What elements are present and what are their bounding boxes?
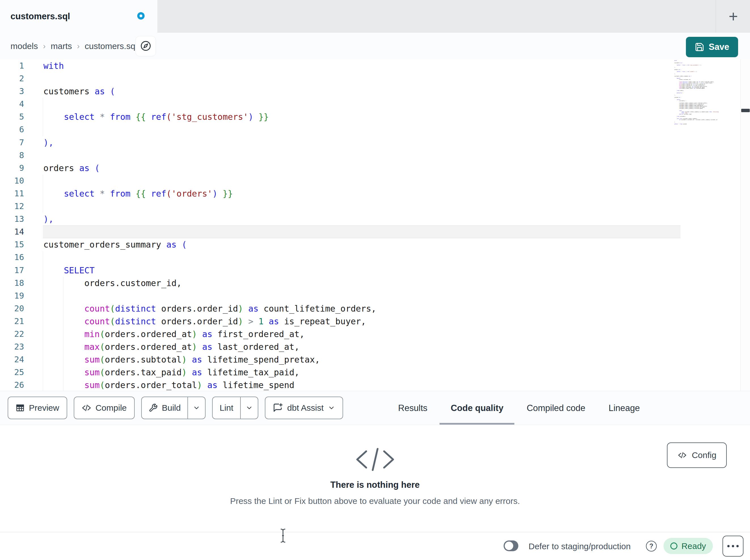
code-line[interactable]: sum(orders.tax_paid) as lifetime_tax_pai… — [43, 366, 680, 379]
preview-button[interactable]: Preview — [8, 397, 67, 419]
code-line[interactable]: customers as ( — [43, 85, 680, 98]
code-line[interactable] — [43, 251, 680, 264]
code-icon — [82, 403, 91, 412]
overflow-menu-button[interactable] — [723, 536, 744, 557]
empty-state: There is nothing here Press the Lint or … — [0, 425, 750, 506]
results-panel: Config There is nothing here Press the L… — [0, 425, 750, 532]
code-line[interactable]: SELECT — [43, 264, 680, 277]
tab-lineage[interactable]: Lineage — [609, 391, 640, 425]
chevron-down-icon — [328, 404, 335, 412]
wrench-icon — [149, 403, 158, 412]
code-line[interactable]: with — [43, 60, 680, 72]
indent-guide — [63, 353, 63, 366]
lint-dropdown-button[interactable] — [240, 397, 258, 419]
table-icon — [16, 403, 25, 412]
lint-button-label: Lint — [219, 403, 233, 413]
active-tab-underline — [439, 423, 514, 424]
scrollbar-track[interactable] — [741, 60, 750, 391]
breadcrumb-item-models[interactable]: models — [11, 41, 38, 51]
line-number: 8 — [0, 149, 24, 162]
line-number: 14 — [0, 226, 24, 238]
code-line[interactable]: count(distinct orders.order_id) > 1 as i… — [43, 315, 680, 328]
help-icon[interactable]: ? — [646, 541, 657, 552]
compass-icon-button[interactable] — [136, 36, 156, 56]
code-line[interactable]: orders as ( — [43, 162, 680, 174]
compile-button-label: Compile — [96, 403, 127, 413]
breadcrumb-separator: › — [77, 42, 80, 51]
tab-title: customers.sql — [11, 11, 70, 22]
code-line[interactable]: count(distinct orders.order_id) as count… — [43, 302, 680, 315]
ide-status-badge[interactable]: Ready — [664, 538, 713, 554]
line-number: 18 — [0, 277, 24, 290]
dbt-assist-button-label: dbt Assist — [287, 403, 323, 413]
compass-icon — [140, 40, 152, 53]
code-line[interactable]: select * from {{ ref('orders') }} — [43, 187, 680, 200]
code-editor[interactable]: 1234567891011121314151617181920212223242… — [0, 60, 750, 391]
breadcrumb-item-file[interactable]: customers.sql — [85, 41, 137, 51]
code-line[interactable]: ), — [43, 213, 680, 226]
indent-guide — [43, 110, 43, 123]
indent-guide — [43, 379, 43, 391]
code-line[interactable]: select * from {{ ref('stg_customers') }} — [43, 110, 680, 123]
code-line[interactable] — [43, 98, 680, 110]
code-line[interactable] — [43, 290, 680, 302]
minimap[interactable]: withcustomers as ( select * from {{ ref(… — [674, 60, 738, 125]
code-line[interactable]: max(orders.ordered_at) as last_ordered_a… — [43, 340, 680, 353]
line-number: 23 — [0, 340, 24, 353]
breadcrumb-separator: › — [43, 42, 46, 51]
code-line[interactable]: sum(orders.order_total) as lifetime_spen… — [43, 379, 680, 391]
line-number: 22 — [0, 328, 24, 340]
unsaved-indicator-dot — [137, 12, 145, 20]
save-button[interactable]: Save — [686, 37, 738, 57]
lint-split-button: Lint — [212, 397, 258, 419]
tab-compiled-code[interactable]: Compiled code — [527, 391, 585, 425]
breadcrumb-item-marts[interactable]: marts — [51, 41, 72, 51]
line-number: 21 — [0, 315, 24, 328]
tab-customers-sql[interactable]: customers.sql — [0, 0, 157, 33]
scrollbar-thumb[interactable] — [741, 109, 750, 112]
code-line[interactable] — [43, 174, 680, 187]
line-number: 16 — [0, 251, 24, 264]
build-dropdown-button[interactable] — [188, 397, 205, 419]
defer-toggle[interactable] — [504, 540, 518, 551]
empty-state-title: There is nothing here — [0, 480, 750, 490]
action-toolbar: Preview Compile Build — [0, 391, 750, 425]
code-line-active[interactable] — [43, 226, 680, 238]
code-line[interactable] — [43, 72, 680, 85]
code-line[interactable]: orders.customer_id, — [43, 277, 680, 290]
code-line[interactable]: min(orders.ordered_at) as first_ordered_… — [43, 328, 680, 340]
indent-guide — [43, 302, 43, 315]
defer-label: Defer to staging/production — [529, 532, 631, 560]
tab-bar-divider — [716, 0, 716, 33]
tab-code-quality[interactable]: Code quality — [451, 391, 503, 425]
indent-guide — [43, 187, 43, 200]
action-buttons: Preview Compile Build — [8, 397, 343, 419]
line-number: 24 — [0, 353, 24, 366]
chevron-down-icon — [245, 404, 253, 412]
line-number: 17 — [0, 264, 24, 277]
code-line[interactable]: customer_orders_summary as ( — [43, 238, 680, 251]
gutter: 1234567891011121314151617181920212223242… — [0, 60, 24, 391]
indent-guide — [43, 264, 43, 277]
indent-guide — [63, 328, 63, 340]
build-button[interactable]: Build — [142, 397, 188, 419]
new-tab-button[interactable]: + — [721, 4, 746, 29]
text-cursor — [279, 528, 287, 544]
line-number: 7 — [0, 136, 24, 149]
dbt-assist-button[interactable]: dbt Assist — [265, 397, 343, 419]
indent-guide — [63, 379, 63, 391]
line-number: 2 — [0, 72, 24, 85]
code-line[interactable]: ), — [43, 136, 680, 149]
chevron-down-icon — [193, 404, 200, 412]
code-line[interactable] — [43, 200, 680, 213]
indent-guide — [63, 277, 63, 290]
line-number: 6 — [0, 123, 24, 136]
code-line[interactable] — [43, 123, 680, 136]
indent-guide — [43, 290, 43, 302]
lint-button[interactable]: Lint — [213, 397, 240, 419]
code-line[interactable] — [43, 149, 680, 162]
indent-guide — [63, 315, 63, 328]
tab-results[interactable]: Results — [398, 391, 427, 425]
code-line[interactable]: sum(orders.subtotal) as lifetime_spend_p… — [43, 353, 680, 366]
compile-button[interactable]: Compile — [74, 397, 135, 419]
